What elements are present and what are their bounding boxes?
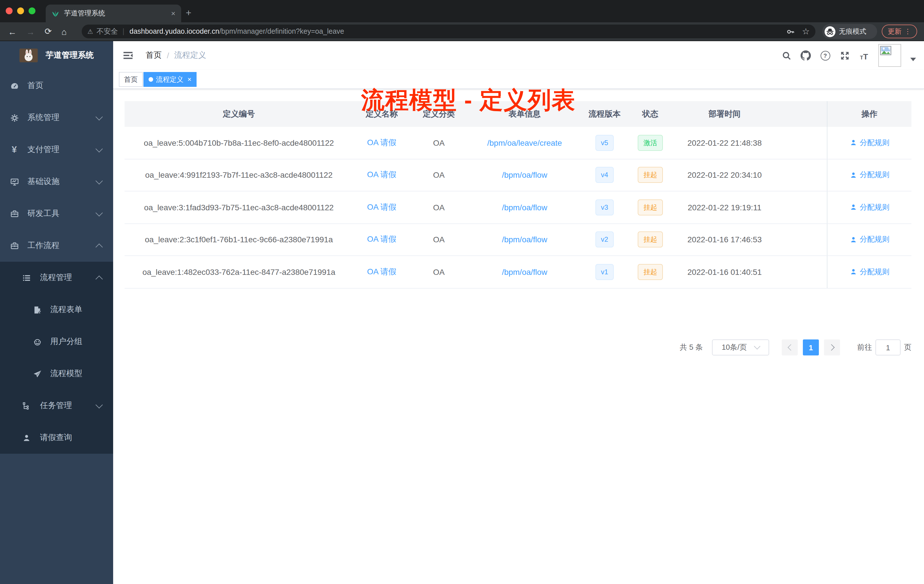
- question-glyph: ?: [823, 52, 827, 59]
- definition-id: oa_leave:3:1fad3d93-7b75-11ec-a3c8-acde4…: [125, 191, 353, 223]
- tab-close-icon[interactable]: ×: [171, 9, 175, 18]
- security-warning-icon: ⚠: [87, 28, 93, 35]
- security-label[interactable]: 不安全: [97, 26, 118, 36]
- col-header: 操作: [827, 101, 911, 127]
- form-link[interactable]: /bpm/oa/leave/create: [487, 138, 562, 147]
- browser-menu-icon[interactable]: ⋮: [904, 27, 911, 35]
- browser-update-button[interactable]: 更新 ⋮: [882, 25, 917, 38]
- jump-prefix-label: 前往: [857, 342, 872, 353]
- window-zoom-button[interactable]: [28, 7, 35, 14]
- robot-face-icon: [33, 337, 42, 346]
- page-size-select[interactable]: 10条/页: [712, 340, 769, 355]
- screen: 芋道管理系统 × + ← → ⟳ ⌂ ⚠ 不安全 | dashboard.yud…: [0, 0, 924, 584]
- tag-close-icon[interactable]: ×: [187, 76, 191, 83]
- form-link[interactable]: /bpm/oa/flow: [502, 171, 548, 180]
- tree-icon: [22, 401, 31, 410]
- sidebar-item-label: 研发工具: [27, 209, 59, 219]
- help-icon[interactable]: ?: [820, 50, 830, 61]
- definition-category: OA: [410, 127, 467, 158]
- sidebar-logo[interactable]: 芋道管理系统: [0, 41, 113, 70]
- app-title: 芋道管理系统: [46, 50, 94, 61]
- url-host: dashboard.yudao.iocoder.cn: [129, 27, 219, 35]
- page-jump-input[interactable]: 1: [875, 340, 901, 355]
- sidebar-item-task-management[interactable]: 任务管理: [0, 390, 113, 422]
- sidebar-item-payment[interactable]: ¥ 支付管理: [0, 134, 113, 166]
- sidebar-item-label: 首页: [27, 81, 43, 91]
- incognito-label: 无痕模式: [839, 26, 866, 36]
- sidebar-item-process-form[interactable]: 流程表单: [0, 294, 113, 326]
- assign-rule-button[interactable]: 分配规则: [850, 138, 889, 148]
- sidebar-item-process-management[interactable]: 流程管理: [0, 262, 113, 294]
- window-close-button[interactable]: [6, 7, 13, 14]
- new-tab-button[interactable]: +: [186, 7, 191, 20]
- yen-icon: ¥: [10, 145, 19, 154]
- current-page-button[interactable]: 1: [803, 340, 819, 355]
- browser-tab[interactable]: 芋道管理系统 ×: [46, 5, 181, 22]
- form-link[interactable]: /bpm/oa/flow: [502, 203, 548, 212]
- chevron-down-icon: [96, 209, 102, 216]
- pagination-total: 共 5 条: [680, 342, 703, 353]
- breadcrumb-home[interactable]: 首页: [146, 50, 162, 61]
- chevron-right-icon: [828, 344, 835, 351]
- sidebar-item-process-model[interactable]: 流程模型: [0, 358, 113, 390]
- form-link[interactable]: /bpm/oa/flow: [502, 267, 548, 277]
- user-avatar-broken-image[interactable]: [878, 44, 901, 67]
- form-link[interactable]: /bpm/oa/flow: [502, 235, 548, 244]
- sidebar-item-label: 支付管理: [27, 145, 59, 155]
- deploy-time: 2022-01-22 20:34:10: [673, 159, 776, 191]
- font-size-icon[interactable]: TT: [859, 50, 869, 61]
- chevron-left-icon: [787, 344, 794, 351]
- version-badge: v5: [595, 135, 614, 151]
- prev-page-button[interactable]: [782, 340, 798, 355]
- window-minimize-button[interactable]: [17, 7, 24, 14]
- page-size-value: 10条/页: [722, 342, 747, 353]
- chevron-up-icon: [96, 243, 102, 251]
- assign-rule-button[interactable]: 分配规则: [850, 202, 889, 213]
- address-bar[interactable]: ⚠ 不安全 | dashboard.yudao.iocoder.cn/bpm/m…: [82, 25, 815, 38]
- status-badge: 挂起: [638, 232, 663, 248]
- definition-name-link[interactable]: OA 请假: [367, 267, 396, 277]
- back-icon[interactable]: ←: [8, 26, 16, 36]
- github-icon[interactable]: [800, 50, 811, 61]
- sidebar-item-infrastructure[interactable]: 基础设施: [0, 166, 113, 198]
- tag-process-definition[interactable]: 流程定义 ×: [144, 72, 196, 87]
- definition-name-link[interactable]: OA 请假: [367, 170, 396, 180]
- incognito-badge: 无痕模式: [822, 24, 877, 39]
- definition-id: oa_leave:1:482ec033-762a-11ec-8477-a2380…: [125, 256, 353, 288]
- sidebar-item-workflow[interactable]: 工作流程: [0, 230, 113, 262]
- sidebar-item-system[interactable]: 系统管理: [0, 102, 113, 134]
- assign-rule-button[interactable]: 分配规则: [850, 234, 889, 245]
- sidebar-item-user-group[interactable]: 用户分组: [0, 326, 113, 358]
- browser-titlebar: 芋道管理系统 × +: [0, 0, 924, 22]
- forward-icon[interactable]: →: [26, 26, 35, 36]
- update-label: 更新: [888, 26, 901, 36]
- reload-icon[interactable]: ⟳: [45, 26, 52, 36]
- search-icon[interactable]: [781, 50, 792, 61]
- active-dot-icon: [148, 77, 153, 82]
- tab-title: 芋道管理系统: [64, 8, 168, 18]
- fullscreen-icon[interactable]: [840, 50, 850, 61]
- definition-name-link[interactable]: OA 请假: [367, 202, 396, 213]
- window-controls: [6, 7, 35, 14]
- assign-rule-button[interactable]: 分配规则: [850, 170, 889, 180]
- next-page-button[interactable]: [824, 340, 840, 355]
- sidebar-toggle-hamburger-icon[interactable]: [123, 50, 133, 61]
- password-key-icon[interactable]: [786, 27, 795, 36]
- col-header: 定义分类: [410, 101, 467, 127]
- avatar-dropdown-caret-icon[interactable]: [910, 58, 916, 61]
- table-row: oa_leave:4:991f2193-7b7f-11ec-a3c8-acde4…: [125, 159, 911, 191]
- site-favicon-plant-icon: [51, 10, 59, 17]
- sidebar-item-leave-query[interactable]: 请假查询: [0, 422, 113, 454]
- definition-name-link[interactable]: OA 请假: [367, 234, 396, 245]
- chevron-down-icon: [96, 113, 102, 120]
- definition-name-link[interactable]: OA 请假: [367, 138, 396, 148]
- status-badge: 挂起: [638, 264, 663, 280]
- definition-id: oa_leave:2:3c1f0ef1-76b1-11ec-9c66-a2380…: [125, 224, 353, 256]
- chevron-down-icon: [96, 177, 102, 184]
- bookmark-star-icon[interactable]: ☆: [802, 26, 810, 36]
- tag-home[interactable]: 首页: [119, 72, 143, 87]
- sidebar-item-home[interactable]: 首页: [0, 70, 113, 102]
- assign-rule-button[interactable]: 分配规则: [850, 267, 889, 277]
- home-icon[interactable]: ⌂: [61, 26, 66, 36]
- sidebar-item-devtools[interactable]: 研发工具: [0, 198, 113, 230]
